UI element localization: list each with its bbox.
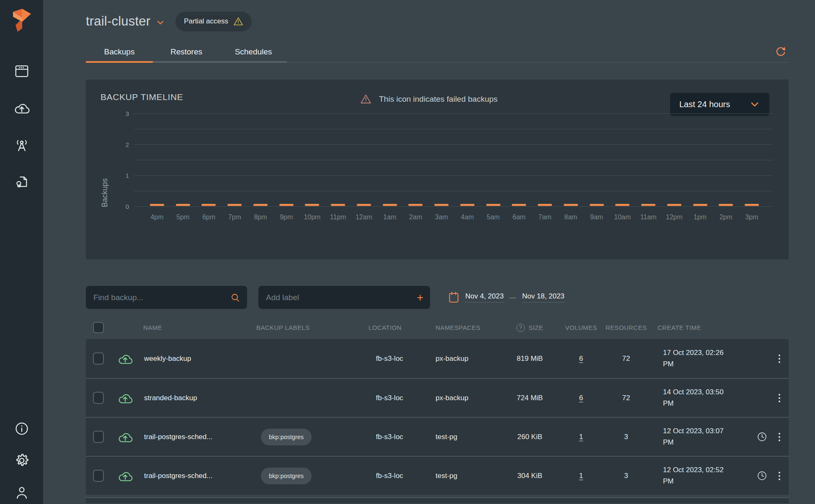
tab-schedules[interactable]: Schedules [220, 41, 287, 63]
gear-icon [14, 453, 30, 468]
bar-dash [460, 204, 475, 206]
sidebar-item-backups[interactable] [13, 100, 30, 116]
bar-dash [641, 204, 655, 206]
cloud-upload-icon [14, 101, 30, 115]
bar-dash [150, 204, 164, 206]
backup-create-time: 17 Oct 2023, 02:26 PM [649, 347, 727, 370]
backup-timeline-chart: Backups 01234pm5pm6pm7pm8pm9pm10pm11pm12… [134, 114, 773, 207]
antenna-icon [14, 138, 30, 152]
backup-namespace: px-backup [421, 394, 500, 402]
backup-name[interactable]: trail-postgres-sched... [138, 433, 249, 441]
bar-dash [667, 204, 681, 206]
backup-name[interactable]: weekly-backup [138, 355, 249, 363]
backup-name[interactable]: stranded-backup [138, 394, 249, 402]
calendar-icon[interactable] [448, 291, 459, 303]
add-label-input[interactable] [258, 286, 430, 309]
backup-volumes-link[interactable]: 6 [579, 394, 583, 402]
backup-timeline-card: BACKUP TIMELINE This icon indicates fail… [86, 80, 789, 260]
date-from[interactable]: Nov 4, 2023 [465, 292, 504, 303]
col-location: LOCATION [358, 324, 421, 331]
bar-dash [693, 204, 707, 206]
backups-table: NAME BACKUP LABELS LOCATION NAMESPACES ?… [86, 316, 789, 503]
backup-size: 260 KiB [500, 433, 559, 441]
warning-triangle-icon [233, 17, 243, 26]
gridline [134, 175, 773, 176]
status-badge: Partial access [175, 12, 252, 31]
document-badge-icon [14, 174, 29, 189]
timeline-plot: Backups 01234pm5pm6pm7pm8pm9pm10pm11pm12… [134, 114, 773, 207]
chevron-down-icon [750, 101, 759, 108]
plus-icon[interactable]: + [417, 292, 423, 303]
sidebar [0, 0, 43, 504]
backup-volumes-link[interactable]: 1 [579, 433, 583, 441]
badge-label: Partial access [184, 17, 228, 26]
row-checkbox[interactable] [93, 470, 104, 482]
y-axis-tick: 0 [112, 203, 129, 210]
gridline [134, 160, 773, 160]
backup-resources: 72 [603, 355, 649, 363]
search-input[interactable] [86, 286, 247, 309]
col-backup-labels: BACKUP LABELS [249, 324, 358, 331]
backup-size: 724 MiB [500, 394, 559, 402]
sidebar-item-settings[interactable] [13, 452, 30, 469]
cluster-switch-chevron-icon[interactable] [156, 20, 165, 26]
sidebar-item-clusters[interactable] [13, 63, 30, 80]
y-axis-tick: 3 [112, 110, 129, 117]
table-row: trail-postgres-sched... bkp:postgres fb-… [86, 456, 789, 495]
backup-location: fb-s3-loc [358, 472, 421, 480]
row-checkbox[interactable] [93, 392, 104, 404]
bar-dash [486, 204, 500, 206]
sidebar-item-profile[interactable] [13, 484, 30, 501]
gridline [134, 144, 773, 145]
backup-volumes-link[interactable]: 1 [579, 472, 583, 480]
backup-resources: 3 [603, 433, 649, 441]
bar-dash [279, 204, 294, 206]
backup-volumes-link[interactable]: 6 [579, 355, 583, 363]
failed-backups-note: This icon indicates failed backups [379, 95, 498, 104]
backup-resources: 72 [603, 394, 649, 402]
tab-restores[interactable]: Restores [153, 41, 220, 63]
filter-row: + Nov 4, 2023 — Nov 18, 2023 [86, 286, 789, 309]
sidebar-item-rules[interactable] [13, 173, 30, 190]
tab-bar: Backups Restores Schedules [86, 41, 789, 63]
backup-success-cloud-icon [118, 392, 133, 404]
row-menu-kebab-icon[interactable] [777, 431, 782, 443]
refresh-icon[interactable] [774, 45, 787, 58]
backup-resources: 3 [603, 472, 649, 480]
backup-location: fb-s3-loc [358, 355, 421, 363]
row-checkbox[interactable] [93, 431, 104, 443]
backup-create-time: 12 Oct 2023, 02:52 PM [649, 465, 727, 487]
bar-dash [590, 204, 604, 206]
row-checkbox[interactable] [93, 352, 104, 365]
backup-size: 819 MiB [500, 355, 559, 363]
row-menu-kebab-icon[interactable] [777, 470, 782, 482]
sidebar-item-activity[interactable] [13, 136, 30, 153]
sidebar-item-info[interactable] [13, 420, 30, 437]
info-icon [14, 421, 29, 436]
row-menu-kebab-icon[interactable] [777, 353, 782, 365]
backup-name[interactable]: trail-postgres-sched... [138, 472, 249, 480]
window-icon [14, 64, 29, 78]
col-size: SIZE [529, 324, 543, 331]
table-row: trail-postgres-sched... bkp:postgres fb-… [86, 417, 789, 456]
select-all-checkbox[interactable] [93, 322, 104, 333]
row-menu-kebab-icon[interactable] [777, 392, 782, 404]
y-axis-label: Backups [101, 172, 109, 214]
bar-dash [745, 204, 759, 206]
date-to[interactable]: Nov 18, 2023 [522, 292, 565, 303]
date-range-separator: — [510, 294, 516, 301]
x-axis-tick: 3pm [737, 213, 767, 221]
bar-dash [615, 204, 629, 206]
backup-location: fb-s3-loc [358, 433, 421, 441]
gridline [134, 129, 773, 129]
tab-backups[interactable]: Backups [86, 41, 153, 63]
bar-dash [176, 204, 190, 206]
backup-label-pill: bkp:postgres [261, 429, 312, 445]
size-help-icon[interactable]: ? [516, 324, 525, 332]
y-axis-tick: 2 [112, 141, 129, 148]
bar-dash [408, 204, 423, 206]
backup-size: 304 KiB [500, 472, 559, 480]
col-create-time: CREATE TIME [649, 324, 733, 331]
backup-location: fb-s3-loc [358, 394, 421, 402]
time-range-dropdown[interactable]: Last 24 hours [670, 93, 769, 116]
